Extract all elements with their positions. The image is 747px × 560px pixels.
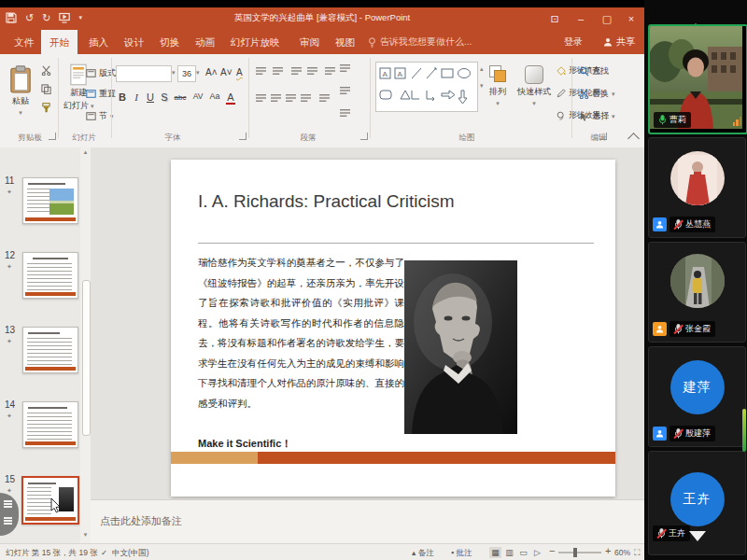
slide-title[interactable]: I. A. Richards: Practical Criticism — [198, 191, 599, 212]
notes-toggle-button[interactable]: ▴ 备注 — [412, 548, 434, 559]
italic-button[interactable]: I — [130, 91, 143, 103]
paragraph-dialog-launcher[interactable] — [360, 133, 368, 140]
shapes-scroll-up[interactable]: ▴ — [480, 65, 484, 73]
share-button[interactable]: 共享 — [603, 30, 635, 54]
slide-thumbnail-13[interactable] — [22, 327, 78, 373]
font-color-button[interactable]: A — [226, 91, 235, 105]
format-painter-button[interactable] — [41, 103, 51, 113]
shrink-font-button[interactable]: A˅ — [220, 67, 233, 77]
align-left-button[interactable] — [256, 93, 266, 103]
tab-file[interactable]: 文件 — [6, 30, 42, 54]
tab-home[interactable]: 开始 — [41, 30, 78, 54]
tab-animations[interactable]: 动画 — [187, 30, 223, 54]
language-indicator[interactable]: 中文(中国) — [112, 548, 149, 559]
spellcheck-icon[interactable]: ✓ — [101, 548, 107, 557]
select-button[interactable]: 选择 ▾ — [579, 110, 615, 122]
notes-pane[interactable]: 点击此处添加备注 — [91, 499, 644, 544]
collapse-strip-up-icon[interactable] — [688, 7, 703, 24]
minimize-button[interactable]: – — [570, 7, 592, 30]
columns-button[interactable] — [319, 93, 330, 103]
slide-thumbnail-12[interactable] — [22, 252, 78, 299]
zoom-out-button[interactable]: − — [549, 545, 555, 556]
participant-tile-yinjianping[interactable]: 建萍 殷建萍 — [648, 346, 746, 447]
replace-button[interactable]: 替换 ▾ — [579, 88, 615, 100]
comments-toggle-button[interactable]: ▪ 批注 — [451, 548, 472, 559]
tab-design[interactable]: 设计 — [116, 30, 152, 54]
scroll-up-icon[interactable]: ▲ — [80, 149, 91, 155]
tell-me-box[interactable]: 告诉我您想要做什么... — [368, 30, 472, 54]
paste-button[interactable]: 粘贴 ▾ — [9, 65, 32, 117]
arrange-button[interactable]: 排列 ▾ — [489, 65, 506, 107]
slide-thumbnail-11[interactable] — [22, 177, 78, 224]
font-name-dropdown[interactable]: ▾ — [172, 69, 176, 77]
scroll-participants-down-icon[interactable] — [689, 541, 706, 555]
participant-tile-conghuiyan[interactable]: 丛慧燕 — [648, 137, 746, 238]
tab-insert[interactable]: 插入 — [80, 30, 117, 54]
strikethrough-button[interactable]: abc — [172, 93, 189, 102]
scrollbar-thumb[interactable] — [82, 280, 91, 436]
find-button[interactable]: 查找 — [579, 65, 609, 77]
shapes-scroll-down[interactable]: ▾ — [480, 82, 484, 90]
section-button[interactable]: 节▾ — [86, 110, 114, 122]
sign-in-button[interactable]: 登录 — [564, 30, 583, 54]
paste-dropdown[interactable]: ▾ — [19, 109, 22, 117]
convert-smartart-button[interactable] — [340, 108, 350, 118]
slide-body-text[interactable]: 瑞恰慈作为英文学科的奠基者之一，不仅参与了《纽波特报告》的起草，还亲历亲为，率先… — [198, 253, 404, 413]
zoom-in-button[interactable]: + — [605, 545, 611, 556]
decrease-indent-button[interactable] — [291, 66, 302, 76]
participant-tile-zhangjinxia[interactable]: 张金霞 — [648, 242, 746, 343]
bullets-button[interactable] — [256, 66, 266, 76]
copy-button[interactable] — [41, 84, 51, 94]
richards-portrait-photo[interactable] — [404, 260, 517, 434]
list-icon — [4, 500, 12, 502]
bold-button[interactable]: B — [116, 91, 129, 103]
cut-button[interactable] — [41, 65, 51, 76]
font-size-combobox[interactable]: 36 — [177, 65, 196, 82]
slideshow-view-button[interactable]: ▷ — [531, 547, 543, 558]
clear-formatting-button[interactable]: A — [236, 67, 243, 77]
numbering-button[interactable] — [273, 66, 283, 76]
text-direction-button[interactable] — [340, 63, 350, 73]
tab-view[interactable]: 视图 — [327, 30, 363, 54]
participant-tile-wanghui[interactable]: 王卉 王卉 — [648, 451, 746, 555]
character-spacing-button[interactable]: AV — [190, 91, 205, 101]
tab-transitions[interactable]: 切换 — [151, 30, 188, 54]
quick-styles-button[interactable]: 快速样式 ▾ — [515, 65, 553, 107]
reading-view-button[interactable]: ▭ — [517, 547, 529, 558]
scroll-down-icon[interactable]: ▼ — [80, 532, 91, 538]
slide-canvas[interactable]: I. A. Richards: Practical Criticism 瑞恰慈作… — [171, 160, 615, 497]
justify-button[interactable] — [301, 93, 311, 103]
grow-font-button[interactable]: A˄ — [205, 67, 218, 77]
font-dialog-launcher[interactable] — [239, 133, 247, 140]
collapse-ribbon-button[interactable] — [627, 133, 640, 145]
slide-sorter-view-button[interactable]: ▥ — [503, 547, 515, 558]
underline-button[interactable]: U — [144, 91, 157, 103]
tab-slideshow[interactable]: 幻灯片放映 — [222, 30, 289, 54]
close-button[interactable]: × — [620, 7, 642, 30]
font-name-combobox[interactable] — [116, 65, 172, 82]
increase-indent-button[interactable] — [307, 66, 317, 76]
thumbnail-scrollbar[interactable]: ▲ ▼ — [80, 147, 91, 543]
clipboard-dialog-launcher[interactable] — [49, 133, 56, 140]
shapes-gallery[interactable]: A A — [375, 62, 478, 112]
align-text-button[interactable] — [340, 86, 350, 95]
restore-button[interactable]: ▢ — [596, 7, 618, 30]
zoom-slider-knob[interactable] — [573, 548, 577, 557]
align-center-button[interactable] — [271, 93, 281, 103]
participant-tile-caoli[interactable]: 曹莉 — [648, 24, 747, 134]
align-right-button[interactable] — [286, 93, 296, 103]
mouse-cursor — [50, 498, 61, 513]
slide-tagline[interactable]: Make it Scientific！ — [198, 437, 291, 451]
tab-review[interactable]: 审阅 — [291, 30, 328, 54]
powerpoint-window: ↺ ↻ ▾ 英国文学的兴起曲单 [兼容模式] - PowerPoint ⊡ – … — [0, 7, 644, 560]
slide-thumbnail-14[interactable] — [22, 401, 78, 448]
fit-to-window-button[interactable]: ⛶ — [631, 547, 643, 558]
text-shadow-button[interactable]: S — [158, 91, 171, 103]
zoom-level[interactable]: 60% — [614, 548, 630, 557]
change-case-button[interactable]: Aa — [207, 91, 222, 101]
font-size-dropdown[interactable]: ▾ — [196, 69, 200, 77]
normal-view-button[interactable]: ▦ — [489, 547, 501, 558]
ribbon-display-options-button[interactable]: ⊡ — [543, 7, 566, 30]
line-spacing-button[interactable] — [325, 66, 335, 76]
zoom-slider[interactable] — [558, 552, 601, 553]
